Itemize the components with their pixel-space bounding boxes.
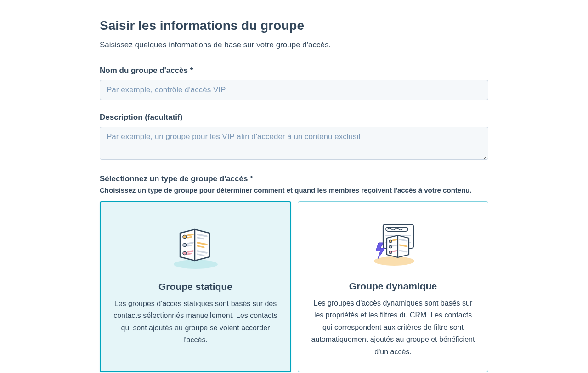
group-type-options: Groupe statique Les groupes d'accès stat… (100, 201, 488, 372)
svg-point-2 (183, 244, 187, 247)
static-card-title: Groupe statique (112, 281, 279, 292)
name-label: Nom du groupe d'accès * (100, 66, 488, 75)
svg-point-1 (183, 235, 187, 239)
group-type-help: Choisissez un type de groupe pour déterm… (100, 186, 488, 194)
group-type-label: Sélectionnez un type de groupe d'accès * (100, 174, 488, 184)
option-card-static[interactable]: Groupe statique Les groupes d'accès stat… (100, 201, 291, 372)
dynamic-group-icon (309, 215, 477, 274)
svg-point-4 (374, 256, 414, 266)
static-group-icon (112, 215, 279, 275)
static-card-description: Les groupes d'accès statiques sont basés… (112, 298, 279, 346)
description-textarea[interactable] (100, 127, 488, 160)
page-title: Saisir les informations du groupe (100, 18, 488, 33)
dynamic-card-title: Groupe dynamique (309, 281, 477, 292)
option-card-dynamic[interactable]: Groupe dynamique Les groupes d'accès dyn… (298, 201, 488, 372)
page-subtitle: Saisissez quelques informations de base … (100, 40, 488, 50)
description-label: Description (facultatif) (100, 113, 488, 122)
svg-point-3 (183, 252, 187, 255)
name-input[interactable] (100, 80, 488, 100)
svg-point-12 (389, 251, 392, 253)
svg-point-10 (389, 240, 392, 242)
svg-point-11 (389, 245, 392, 248)
dynamic-card-description: Les groupes d'accès dynamiques sont basé… (309, 297, 477, 358)
form-container: Saisir les informations du groupe Saisis… (90, 18, 498, 372)
svg-point-0 (174, 260, 218, 269)
svg-rect-6 (386, 227, 408, 231)
